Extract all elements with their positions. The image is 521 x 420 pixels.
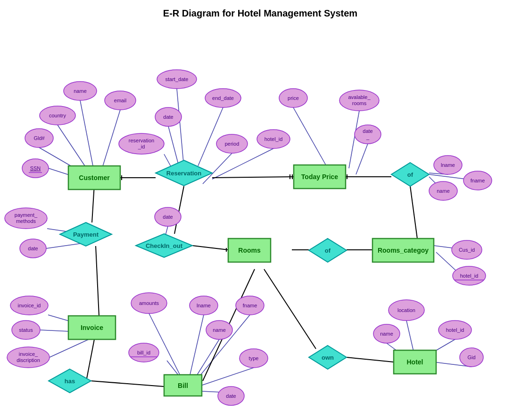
label-name4: name <box>380 331 393 337</box>
label-of2: of <box>325 247 331 254</box>
line-payment-invoice <box>96 246 99 316</box>
label-status: status <box>19 327 33 333</box>
label-name3: name <box>213 327 226 333</box>
label-checkinout: CheckIn_out <box>146 242 183 249</box>
label-amounts: amounts <box>139 300 159 306</box>
label-todayprice: Today Price <box>301 173 339 181</box>
label-email: email <box>114 98 126 103</box>
label-paymethods2: methods <box>16 218 36 224</box>
label-invoicedesc1: invoice_ <box>19 351 38 357</box>
line-inv-invdesc <box>50 339 89 357</box>
line-reservation-todayprice <box>212 177 294 178</box>
label-startdate: start_date <box>165 76 189 82</box>
label-date2b: _ <box>366 134 370 140</box>
line-res-period <box>203 153 232 184</box>
label-paymethods1: payment_ <box>15 212 38 218</box>
line-of1-roomscat <box>410 186 418 246</box>
line-res-enddate <box>198 107 223 166</box>
line-customer-email <box>101 110 120 171</box>
line-tp-price <box>293 107 328 168</box>
label-date1: date <box>163 114 173 120</box>
label-resid1: reservation <box>129 138 154 143</box>
label-date3: date <box>28 246 38 251</box>
line-res-hotelid <box>212 148 273 179</box>
label-has: has <box>65 378 75 385</box>
label-invoice: Invoice <box>81 324 103 331</box>
label-date2a: date <box>363 128 372 134</box>
label-of1: of <box>407 171 413 178</box>
label-hotelid1: hotel_id <box>265 136 283 142</box>
label-name2: name <box>437 188 450 194</box>
line-own-hotel <box>347 357 394 362</box>
label-hotelid2: hotel_id <box>460 273 479 279</box>
label-bill: Bill <box>178 382 188 389</box>
label-fname1: fname <box>471 178 485 183</box>
line-bill-type <box>198 368 254 387</box>
label-gid: Gld# <box>33 135 45 141</box>
line-invoice-has <box>86 339 94 381</box>
label-location: location <box>397 307 415 313</box>
label-rooms: Rooms <box>238 247 261 254</box>
er-diagram: E-R Diagram for Hotel Management System <box>0 0 521 420</box>
label-resid2: _id <box>138 144 145 149</box>
label-invoiceid: invoice_id <box>18 303 41 308</box>
label-roomscategory: Rooms_categoy <box>378 247 429 254</box>
line-res-startdate <box>177 89 184 167</box>
label-price: price <box>288 95 299 101</box>
label-reservation: Reservation <box>166 170 201 177</box>
label-country: country <box>49 113 66 118</box>
label-hotel: Hotel <box>407 358 423 366</box>
line-res-date <box>168 126 179 167</box>
label-lname2: lname <box>197 303 211 308</box>
label-gid2: Gid <box>467 354 475 360</box>
line-customer-payment <box>92 185 94 222</box>
label-lname1: lname <box>441 162 455 168</box>
line-rooms-own <box>264 269 316 349</box>
label-enddate: end_date <box>212 95 234 101</box>
label-date5: date <box>226 393 236 399</box>
diagram-title: E-R Diagram for Hotel Management System <box>163 8 357 18</box>
line-bill-lname <box>189 315 204 381</box>
label-billid: bill_id <box>137 350 150 355</box>
label-fname2: fname <box>243 303 257 308</box>
label-ssn: SSN <box>30 165 41 171</box>
label-date4: date <box>163 214 173 220</box>
label-invoicedesc2: discription <box>17 357 40 363</box>
label-period: period <box>225 141 240 147</box>
label-name1: name <box>74 88 87 94</box>
label-payment: Payment <box>73 231 99 238</box>
label-own: own <box>322 354 334 361</box>
label-availrooms2: rooms <box>352 100 367 106</box>
label-type: type <box>249 355 259 361</box>
line-checkin-rooms <box>192 246 228 250</box>
label-cusid: Cus_id <box>459 247 475 253</box>
line-has-bill <box>91 381 164 387</box>
line-tp-date <box>356 144 368 174</box>
label-hotelid3: hotel_id <box>446 327 464 333</box>
label-availrooms1: avalable_ <box>348 94 371 100</box>
label-customer: Customer <box>79 174 110 181</box>
